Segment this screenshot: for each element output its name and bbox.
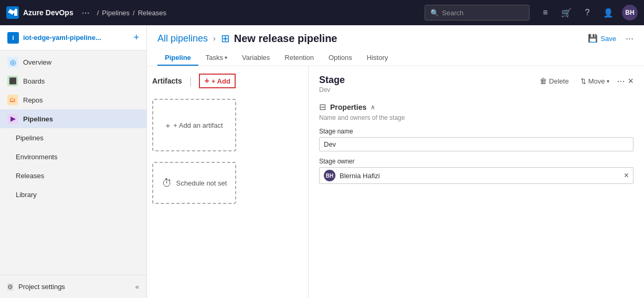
project-icon: I [7, 32, 19, 44]
project-settings-label: Project settings [18, 283, 65, 291]
tab-history[interactable]: History [360, 50, 395, 66]
stage-subtitle: Dev [319, 86, 345, 94]
sidebar-item-pipelines-sub-label: Pipelines [16, 134, 44, 142]
tabs: Pipeline Tasks ▾ Variables Retention Opt… [157, 50, 634, 66]
sidebar-item-library[interactable]: Library [0, 185, 146, 204]
basket-icon[interactable]: 🛒 [559, 5, 574, 20]
stage-actions: 🗑 Delete ⇅ Move ▾ ··· × [535, 75, 634, 87]
delete-icon: 🗑 [540, 77, 547, 85]
page-header: All pipelines › ⊞ New release pipeline 💾… [147, 25, 644, 66]
more-actions-button[interactable]: ··· [626, 33, 634, 44]
sidebar-item-pipelines[interactable]: Pipelines [0, 128, 146, 147]
list-icon[interactable]: ≡ [538, 5, 553, 20]
add-plus-icon: + [204, 76, 209, 86]
sidebar-item-boards-label: Boards [23, 77, 45, 85]
owner-clear-button[interactable]: × [624, 171, 629, 180]
breadcrumb-pipelines[interactable]: Pipelines [102, 9, 130, 17]
artifact-add-icon: + [165, 121, 170, 130]
stage-name-label: Stage name [319, 128, 634, 135]
stage-panel: Stage Dev 🗑 Delete ⇅ Move ▾ ··· [308, 66, 644, 298]
breadcrumb-chevron: › [213, 34, 216, 43]
move-dropdown-arrow: ▾ [607, 78, 609, 84]
schedule-label: Schedule not set [176, 179, 227, 187]
sidebar-item-repos-label: Repos [23, 96, 43, 104]
owner-name: Blernia Hafizi [340, 172, 620, 180]
sidebar-item-pipelines-group[interactable]: ▶ Pipelines [0, 109, 146, 128]
save-button[interactable]: 💾 Save [584, 32, 620, 45]
sidebar-item-library-label: Library [16, 191, 37, 199]
save-icon: 💾 [588, 34, 598, 43]
repos-icon: 🗂 [7, 95, 18, 105]
stage-move-button[interactable]: ⇅ Move ▾ [576, 75, 614, 87]
pipeline-scroll-container: Artifacts | + + Add + + Add an artifact [152, 71, 308, 282]
sidebar-item-releases-label: Releases [16, 172, 44, 180]
tab-variables[interactable]: Variables [235, 50, 277, 66]
breadcrumb-releases[interactable]: Releases [138, 9, 166, 17]
pipeline-canvas: Artifacts | + + Add + + Add an artifact [147, 66, 308, 298]
project-name[interactable]: iot-edge-yaml-pipeline... [23, 34, 129, 42]
breadcrumb-all-pipelines[interactable]: All pipelines [157, 33, 208, 44]
properties-title: Properties [330, 103, 366, 111]
breadcrumb-separator-1: / [97, 9, 99, 17]
sidebar-item-environments-label: Environments [16, 153, 57, 161]
artifacts-add-button[interactable]: + + Add [199, 74, 235, 88]
pipelines-icon: ▶ [7, 114, 18, 124]
sidebar-item-repos[interactable]: 🗂 Repos [0, 90, 146, 109]
stage-section-header: ⊟ Properties ∧ [319, 102, 634, 112]
artifact-placeholder[interactable]: + + Add an artifact [152, 99, 236, 151]
move-updown-icon: ⇅ [580, 77, 586, 85]
collapse-icon[interactable]: « [135, 283, 139, 291]
sidebar-nav: ◎ Overview ⬛ Boards 🗂 Repos ▶ Pipelines … [0, 50, 146, 275]
project-settings-button[interactable]: ⚙ Project settings « [0, 278, 146, 296]
stage-name-input[interactable] [319, 137, 634, 151]
properties-chevron[interactable]: ∧ [371, 104, 375, 111]
schedule-box[interactable]: ⏱ Schedule not set [152, 162, 236, 204]
stage-more-button[interactable]: ··· [617, 76, 625, 87]
sidebar-item-overview-label: Overview [23, 58, 51, 66]
stage-owner-field[interactable]: BH Blernia Hafizi × [319, 167, 634, 184]
add-project-button[interactable]: + [133, 32, 139, 43]
stage-close-button[interactable]: × [628, 76, 634, 87]
avatar[interactable]: BH [622, 5, 638, 20]
sidebar: I iot-edge-yaml-pipeline... + ◎ Overview… [0, 25, 147, 298]
content: All pipelines › ⊞ New release pipeline 💾… [147, 25, 644, 298]
breadcrumb: / Pipelines / Releases [97, 9, 166, 17]
help-icon[interactable]: ? [580, 5, 595, 20]
stage-delete-button[interactable]: 🗑 Delete [535, 75, 573, 87]
page-header-actions: 💾 Save ··· [584, 32, 634, 45]
sidebar-item-environments[interactable]: Environments [0, 147, 146, 166]
tasks-dropdown-arrow: ▾ [225, 55, 227, 60]
app-name: Azure DevOps [23, 8, 73, 17]
logo-icon [6, 6, 19, 19]
sidebar-item-overview[interactable]: ◎ Overview [0, 53, 146, 71]
properties-icon: ⊟ [319, 102, 326, 112]
tab-retention[interactable]: Retention [277, 50, 321, 66]
search-box[interactable]: 🔍 [425, 5, 530, 20]
artifacts-divider: | [189, 76, 192, 87]
sidebar-project: I iot-edge-yaml-pipeline... + [0, 25, 146, 50]
tab-tasks[interactable]: Tasks ▾ [198, 50, 235, 66]
settings-icon: ⚙ [7, 283, 13, 291]
stage-properties-section: ⊟ Properties ∧ Name and owners of the st… [319, 102, 634, 184]
tab-pipeline[interactable]: Pipeline [157, 50, 198, 66]
stage-panel-header: Stage Dev 🗑 Delete ⇅ Move ▾ ··· [319, 75, 634, 94]
pipeline-area: Artifacts | + + Add + + Add an artifact [147, 66, 644, 298]
main-layout: I iot-edge-yaml-pipeline... + ◎ Overview… [0, 25, 644, 298]
topbar-three-dots[interactable]: ··· [82, 7, 90, 18]
sidebar-item-boards[interactable]: ⬛ Boards [0, 71, 146, 90]
artifacts-header: Artifacts | + + Add [152, 71, 308, 90]
artifacts-label: Artifacts [152, 77, 182, 85]
app-logo[interactable]: Azure DevOps [6, 6, 73, 19]
owner-avatar: BH [324, 170, 335, 181]
properties-description: Name and owners of the stage [319, 114, 634, 121]
save-label: Save [600, 35, 616, 43]
schedule-icon: ⏱ [162, 177, 172, 189]
add-label: + Add [212, 77, 230, 85]
topbar: Azure DevOps ··· / Pipelines / Releases … [0, 0, 644, 25]
artifact-placeholder-label: + Add an artifact [173, 121, 223, 129]
user-settings-icon[interactable]: 👤 [601, 5, 616, 20]
tab-options[interactable]: Options [321, 50, 360, 66]
sidebar-item-releases[interactable]: Releases [0, 166, 146, 185]
stage-owner-label: Stage owner [319, 158, 634, 165]
search-input[interactable] [442, 9, 524, 17]
